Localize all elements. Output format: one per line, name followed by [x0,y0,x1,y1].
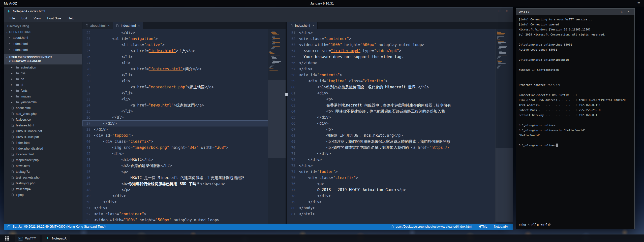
minimap-left[interactable] [268,29,286,224]
code-line[interactable]: 47 <b>你知道我們全線伺服器已轉用 SSD 了嗎？</b></span> [82,181,268,187]
code-line[interactable]: 76 <p> [287,181,495,187]
tree-file[interactable]: features.html [4,122,82,128]
open-editor-item[interactable]: ×about.html [4,34,82,41]
wstty-titlebar[interactable]: WsTTY – □ × [516,9,634,15]
tree-file[interactable]: x.php [4,192,82,198]
code-line[interactable]: 38</div> [82,126,268,132]
code-line[interactable]: 26 </li> [82,54,268,60]
code-line[interactable]: 50 </div> [82,199,268,205]
code-line[interactable]: 31 <a href="mapredirect.php">網上地圖</a> [82,84,268,90]
aroz-brand[interactable]: My ArOZ [4,2,17,5]
code-line[interactable]: 81</html> [287,211,495,217]
code-line[interactable]: 41 <img src="images/box.png" height="342… [82,145,268,151]
code-line[interactable]: 80</body> [287,205,495,211]
close-icon[interactable]: × [9,42,11,46]
code-line[interactable]: 22 </div> [82,30,268,36]
tree-folder[interactable]: ▸dl [4,82,82,88]
tree-file[interactable]: favicon.ico [4,117,82,122]
code-line[interactable]: 67 <p> [287,126,495,132]
tree-file[interactable]: HKWTC rule.pdf [4,134,82,140]
tree-file[interactable]: news.html [4,163,82,169]
code-line[interactable]: 23 <ul id="navigation"> [82,36,268,42]
code-line[interactable]: 39<div id="topbox"> [82,132,268,139]
minimize-button[interactable]: – [612,9,619,15]
code-line[interactable]: 53<video width="100%" height="500px" aut… [287,42,495,48]
splitter-handle[interactable] [285,93,288,96]
close-icon[interactable]: × [138,24,140,27]
scrollbar-thumb[interactable] [496,148,513,222]
close-icon[interactable]: × [9,48,11,52]
code-line[interactable]: 64 <p> 即使你不是建築師，你也能透過紅石師或鐵路工程師的身份加入我 [287,108,495,114]
scrollbar-thumb[interactable] [268,80,286,158]
tab-about.html[interactable]: about.html× [82,22,113,29]
open-editor-item[interactable]: ×index.html [4,47,82,53]
code-line[interactable]: 57</div> [287,66,495,72]
code-line[interactable]: 36 </ul> [82,114,268,120]
code-line[interactable]: 51</div> [82,205,268,211]
taskbar-item-wstty[interactable]: >_WsTTY [15,235,40,242]
code-line[interactable]: 52<div class="container"> [82,211,268,217]
maximize-button[interactable]: □ [619,9,625,15]
tree-file[interactable]: mapredirect.php [4,157,82,163]
tree-file[interactable]: teabag.7z [4,169,82,175]
tree-folder[interactable]: ▸dc [4,76,82,82]
statusbar-filepath-group[interactable]: user:/Desktop/screenshot/test/www cleane… [391,225,472,228]
code-line[interactable]: 59 <div id="tagline" class="clearfix"> [287,78,495,84]
code-line[interactable]: 62 <p> [287,96,495,102]
code-line[interactable]: 61 <div> [287,90,495,96]
code-line[interactable]: 53<video width="100%" height="500px" aut… [82,217,268,223]
code-line[interactable]: 28 <a href="features.html">簡介</a> [82,66,268,72]
tree-folder[interactable]: ▸autostation [4,64,82,70]
tab-index.html[interactable]: index.html× [113,22,143,29]
terminal-output[interactable]: echo "Hello World" [info] Conencting to … [516,15,634,229]
minimize-button[interactable]: – [488,8,495,15]
code-line[interactable]: 55 Your browser does not support the vid… [287,54,495,60]
code-line[interactable]: 42 <div> [82,151,268,157]
statusbar-language[interactable]: HTML [479,225,487,228]
code-line[interactable]: 37 </div> [82,120,268,126]
tree-folder[interactable]: ▸fonts [4,88,82,93]
code-line[interactable]: 45 <p> [82,169,268,175]
code-line[interactable]: 32 </li> [82,90,268,96]
close-icon[interactable]: × [312,24,314,27]
hamburger-menu-icon[interactable]: ≡ [637,0,640,7]
close-icon[interactable]: × [108,24,110,27]
code-line[interactable]: 51</div> [287,30,495,36]
code-line[interactable]: 72 </div> [287,157,495,163]
code-line[interactable]: 24 <li class="active"> [82,42,268,48]
tree-file[interactable]: testmysql.php [4,180,82,186]
menu-view[interactable]: View [30,16,44,20]
tree-folder[interactable]: ▸yamlyamlmi [4,99,82,105]
code-line[interactable]: 63 在香港的Minecraft 伺服器中，多為小遊戲和純生存的伺服器，較少擁有 [287,102,495,108]
taskbar-item-notepada[interactable]: NotepadA [42,235,70,242]
code-line[interactable]: 40 <div class="clearfix"> [82,139,268,145]
close-button[interactable]: × [503,8,510,15]
maximize-button[interactable]: □ [495,8,503,15]
terminal-input-echo[interactable]: echo "Hello World" [519,222,551,227]
tree-folder[interactable]: ▸images [4,93,82,99]
open-editor-item[interactable]: ×index.html [4,41,82,47]
tree-file[interactable]: HKWTC notice.pdf [4,128,82,134]
tree-file[interactable]: test_sockets.php [4,175,82,180]
code-line[interactable]: 43 <h1>HKWTC</h1> [82,157,268,163]
code-line[interactable]: 52<div class="container"> [287,36,495,42]
code-line[interactable]: 44 <h2>香港的建築伺服器</h2> [82,163,268,169]
menu-help[interactable]: Help [64,16,78,20]
code-line[interactable]: 54 <source src="trailer.mp4" type="video… [287,48,495,54]
tree-file[interactable]: index.php_disabled [4,146,82,151]
code-line[interactable]: 75 <div class="clearfix"> [287,175,495,181]
code-line[interactable]: 48 </p> [82,187,268,193]
workspace-root[interactable]: ▾ USER:/DESKTOP/SCREENSHOT /TEST/WWW CLE… [4,54,82,64]
code-line[interactable]: 25 <a href="index.html">主頁</a> [82,48,268,54]
tree-file[interactable]: add_vhost.php [4,111,82,117]
code-line[interactable]: 34 <a href="news.html">玩家傳送門</a> [82,102,268,108]
open-editors-header[interactable]: ▾ OPEN EDITORS [4,29,82,34]
tree-file[interactable]: location.html [4,151,82,157]
tree-folder[interactable]: ▸css [4,70,82,76]
code-line[interactable]: 70 <p>如有問題或需要申請白名單，歡迎加入我們的 <a href="http… [287,145,495,151]
code-editor-left[interactable]: 22 </div>23 <ul id="navigation">24 <li c… [82,29,268,224]
code-line[interactable]: 78 </div> [287,193,495,199]
code-line[interactable]: 33 <li> [82,96,268,102]
code-line[interactable]: 46 HKWTC 是一個 Minecraft 的建築伺服器，主要建築計劃包括鐵路 [82,175,268,181]
code-editor-right[interactable]: 51</div>52<div class="container">53<vide… [287,29,495,224]
